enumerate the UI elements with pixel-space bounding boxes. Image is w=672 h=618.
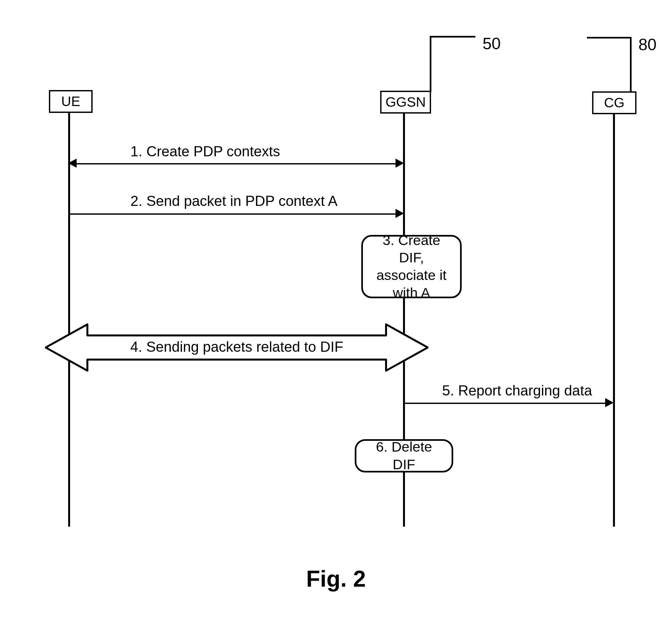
message-4-double-arrow: 4. Sending packets related to DIF [45, 323, 428, 372]
ref-leader-ggsn-h [430, 36, 476, 37]
ref-leader-ggsn-v [430, 36, 431, 92]
arrowhead-right-icon [605, 398, 614, 407]
message-1-line [70, 163, 402, 165]
message-5-label: 5. Report charging data [442, 383, 592, 399]
lifeline-ue [68, 111, 70, 527]
participant-ggsn: GGSN [380, 91, 431, 114]
participant-ggsn-label: GGSN [385, 94, 426, 110]
message-2-label: 2. Send packet in PDP context A [130, 193, 338, 209]
message-2-line [70, 213, 402, 215]
note-3-line3: with A [393, 284, 430, 302]
note-step-3: 3. Create DIF, associate it with A [361, 235, 462, 298]
note-3-line1: 3. Create DIF, [370, 232, 453, 267]
participant-ue-label: UE [61, 94, 80, 109]
arrowhead-right-icon [396, 159, 404, 168]
participant-cg: CG [592, 91, 637, 114]
note-step-6: 6. Delete DIF [355, 439, 453, 473]
note-6-line1: 6. Delete DIF [363, 438, 445, 474]
participant-ue: UE [49, 90, 93, 113]
figure-caption: Fig. 2 [0, 566, 672, 592]
message-4-label: 4. Sending packets related to DIF [45, 339, 428, 355]
message-1-label: 1. Create PDP contexts [130, 143, 280, 160]
lifeline-cg [613, 111, 615, 527]
message-5-line [405, 403, 612, 404]
arrowhead-left-icon [68, 159, 77, 168]
ref-leader-cg-v [630, 37, 632, 93]
ref-leader-cg-h [587, 37, 632, 38]
arrowhead-right-icon [396, 209, 404, 218]
note-3-line2: associate it [376, 267, 446, 284]
sequence-diagram: 50 80 UE GGSN CG 1. Create PDP contexts … [0, 0, 672, 618]
ref-label-cg: 80 [638, 35, 657, 54]
participant-cg-label: CG [604, 95, 625, 111]
ref-label-ggsn: 50 [483, 34, 501, 53]
